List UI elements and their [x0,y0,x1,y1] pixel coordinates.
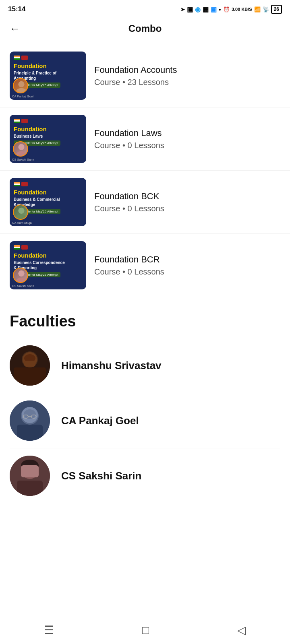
svg-point-1 [16,88,27,93]
faculty-avatar [10,400,50,441]
faculty-item[interactable]: CA Pankaj Goel [10,393,280,448]
india-flag [14,182,20,186]
course-meta: Course • 0 Lessons [94,267,280,277]
course-thumbnail: Foundation Business Correspondence& Repo… [10,241,86,289]
thumb-avatar [13,141,28,157]
thumb-instructor: CS Sakshi Sarin [12,284,34,288]
course-name: Foundation Accounts [94,64,280,76]
app-icon-green: ▣ [187,6,193,13]
bottom-navigation: ☰ □ ◁ [0,616,290,644]
course-info: Foundation BCK Course • 0 Lessons [94,191,280,213]
thumb-title: Foundation [14,189,47,196]
svg-rect-10 [14,367,46,386]
india-flag [14,119,20,123]
faculty-item[interactable]: CS Sakshi Sarin [10,448,280,503]
flag-row [14,245,28,250]
menu-button[interactable]: ☰ [40,619,58,641]
app-icon-box: ▣ [211,6,217,13]
svg-point-5 [16,215,27,220]
page-title: Combo [128,23,162,34]
course-name: Foundation Laws [94,128,280,139]
thumb-title: Foundation [14,252,47,259]
status-icons: ➤ ▣ ◉ ▦ ▣ ● ⏰ 3.00 KB/S 📶 📡 26 [180,5,282,14]
faculty-avatar [10,345,50,386]
flag-row [14,119,28,123]
thumb-avatar [13,204,28,220]
battery-indicator: 26 [271,5,282,14]
course-info: Foundation Accounts Course • 23 Lessons [94,64,280,87]
course-item[interactable]: Foundation Business Laws Applicable for … [0,107,290,171]
thumb-avatar [13,268,28,283]
course-thumbnail: Foundation Business Laws Applicable for … [10,115,86,163]
ca-flag [21,119,28,123]
page-header: ← Combo [0,17,290,40]
faculty-item[interactable]: Himanshu Srivastav [10,338,280,393]
wifi-icon: 📶 [254,6,261,12]
svg-point-0 [18,81,24,87]
svg-point-7 [16,278,27,283]
faculty-name: CA Pankaj Goel [61,415,139,427]
alarm-icon: ⏰ [223,6,230,12]
svg-point-6 [18,270,24,277]
flag-row [14,182,28,186]
back-button[interactable]: ← [10,23,20,34]
course-meta: Course • 0 Lessons [94,204,280,213]
faculty-avatar [10,456,50,496]
india-flag [14,56,20,60]
thumb-title: Foundation [14,126,47,133]
faculty-name: Himanshu Srivastav [61,359,162,372]
svg-point-4 [18,208,24,214]
app-icon-blue: ◉ [195,6,201,13]
thumb-instructor: CS Sakshi Sarin [12,158,34,161]
ca-flag [21,245,28,250]
app-icon-camera: ▦ [203,6,209,13]
faculties-title: Faculties [10,313,280,330]
course-meta: Course • 0 Lessons [94,141,280,150]
back-nav-button[interactable]: ◁ [233,619,250,641]
faculties-section: Faculties Himanshu Srivastav [0,301,290,511]
thumb-instructor: CA Pankaj Goel [12,95,33,98]
course-item[interactable]: Foundation Business & CommercialKnowledg… [0,171,290,234]
thumb-subtitle: Business Laws [14,134,43,139]
thumb-instructor: CA Ram Ahuja [12,221,32,225]
svg-point-17 [24,409,36,419]
course-name: Foundation BCR [94,254,280,266]
home-button[interactable]: □ [138,620,153,641]
signal-icon: 📡 [263,6,269,12]
flag-row [14,56,28,60]
course-meta: Course • 23 Lessons [94,78,280,87]
course-info: Foundation Laws Course • 0 Lessons [94,128,280,150]
course-info: Foundation BCR Course • 0 Lessons [94,254,280,277]
svg-rect-26 [21,465,39,477]
speed-indicator: 3.00 KB/S [232,7,252,12]
faculty-name: CS Sakshi Sarin [61,470,141,482]
svg-point-2 [18,144,24,150]
course-item[interactable]: Foundation Business Correspondence& Repo… [0,234,290,297]
dot-icon: ● [219,7,221,12]
svg-rect-27 [17,481,43,496]
india-flag [14,245,20,250]
thumb-title: Foundation [14,62,47,70]
thumb-avatar [13,78,28,93]
course-name: Foundation BCK [94,191,280,202]
course-thumbnail: Foundation Business & CommercialKnowledg… [10,178,86,226]
course-list: Foundation Principle & Practice ofAccoun… [0,40,290,301]
svg-rect-18 [17,425,43,441]
location-icon: ➤ [180,6,185,12]
course-item[interactable]: Foundation Principle & Practice ofAccoun… [0,44,290,107]
course-thumbnail: Foundation Principle & Practice ofAccoun… [10,52,86,100]
ca-flag [21,182,28,186]
status-bar: 15:14 ➤ ▣ ◉ ▦ ▣ ● ⏰ 3.00 KB/S 📶 📡 26 [0,0,290,17]
svg-rect-13 [24,361,35,367]
svg-point-3 [16,151,27,157]
status-time: 15:14 [8,5,25,13]
ca-flag [21,56,28,60]
